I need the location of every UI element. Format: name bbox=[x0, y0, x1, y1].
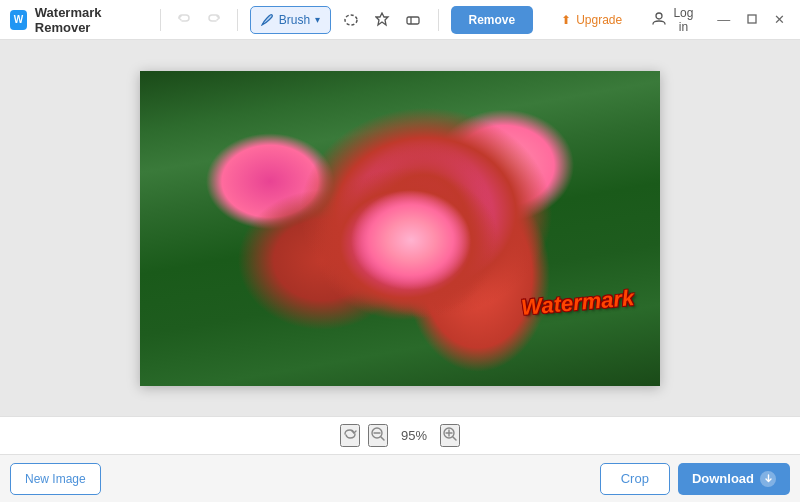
separator-2 bbox=[237, 9, 238, 31]
crop-label: Crop bbox=[621, 471, 649, 486]
login-icon bbox=[652, 11, 666, 28]
download-icon bbox=[760, 471, 776, 487]
download-button[interactable]: Download bbox=[678, 463, 790, 495]
lasso-tool-button[interactable] bbox=[339, 6, 363, 34]
minimize-icon: — bbox=[717, 12, 730, 27]
remove-button[interactable]: Remove bbox=[451, 6, 534, 34]
login-button[interactable]: Log in bbox=[642, 6, 705, 34]
maximize-icon bbox=[747, 12, 757, 27]
svg-rect-1 bbox=[407, 17, 419, 24]
close-button[interactable]: ✕ bbox=[770, 8, 790, 32]
undo-button[interactable] bbox=[173, 7, 195, 33]
login-label: Log in bbox=[671, 6, 695, 34]
app-title: Watermark Remover bbox=[35, 5, 141, 35]
svg-line-11 bbox=[453, 437, 456, 440]
zoom-in-button[interactable] bbox=[440, 424, 460, 447]
brush-button[interactable]: Brush ▾ bbox=[250, 6, 331, 34]
svg-point-3 bbox=[656, 13, 662, 19]
new-image-button[interactable]: New Image bbox=[10, 463, 101, 495]
upgrade-button[interactable]: ⬆ Upgrade bbox=[549, 6, 634, 34]
svg-line-7 bbox=[381, 437, 384, 440]
reset-zoom-button[interactable] bbox=[340, 424, 360, 447]
app-logo: W bbox=[10, 10, 27, 30]
separator-3 bbox=[438, 9, 439, 31]
rose-image: Watermark bbox=[140, 71, 660, 386]
svg-point-0 bbox=[345, 15, 357, 25]
pin-tool-button[interactable] bbox=[371, 6, 395, 34]
zoom-bar: 95% bbox=[0, 416, 800, 454]
titlebar: W Watermark Remover Brush ▾ Remove ⬆ Upg… bbox=[0, 0, 800, 40]
zoom-value: 95% bbox=[396, 428, 432, 443]
brush-dropdown-icon: ▾ bbox=[315, 14, 320, 25]
minimize-button[interactable]: — bbox=[714, 8, 734, 32]
close-icon: ✕ bbox=[774, 12, 785, 27]
upgrade-label: Upgrade bbox=[576, 13, 622, 27]
footer-bar: New Image Crop Download bbox=[0, 454, 800, 502]
new-image-label: New Image bbox=[25, 472, 86, 486]
zoom-out-button[interactable] bbox=[368, 424, 388, 447]
svg-rect-4 bbox=[748, 15, 756, 23]
watermark-overlay: Watermark bbox=[520, 285, 635, 321]
brush-label: Brush bbox=[279, 13, 310, 27]
redo-button[interactable] bbox=[203, 7, 225, 33]
erase-tool-button[interactable] bbox=[402, 6, 426, 34]
maximize-button[interactable] bbox=[742, 8, 762, 32]
canvas-area: Watermark bbox=[0, 40, 800, 416]
logo-letter: W bbox=[14, 14, 23, 25]
upgrade-icon: ⬆ bbox=[561, 13, 571, 27]
rose-center bbox=[286, 140, 536, 340]
image-container[interactable]: Watermark bbox=[140, 71, 660, 386]
crop-button[interactable]: Crop bbox=[600, 463, 670, 495]
separator-1 bbox=[160, 9, 161, 31]
download-label: Download bbox=[692, 471, 754, 486]
remove-label: Remove bbox=[469, 13, 516, 27]
